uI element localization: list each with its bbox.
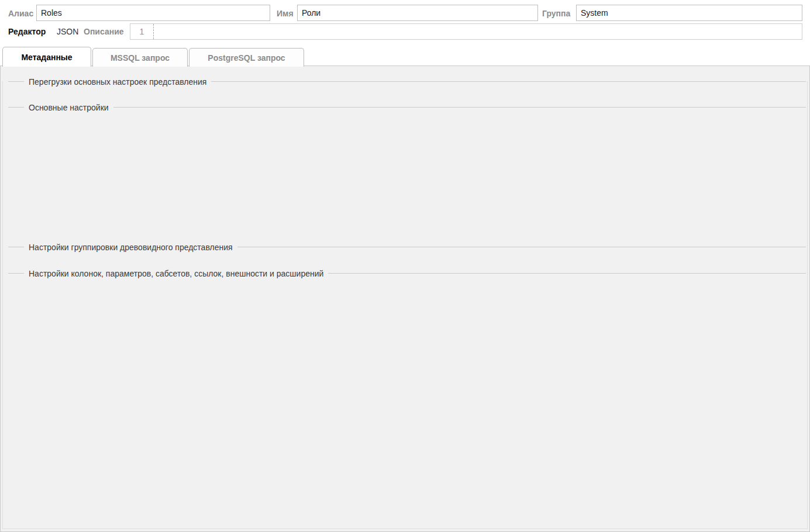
groupbox-tree-grouping-title: Настройки группировки древовидного предс… bbox=[24, 243, 237, 252]
alias-label: Алиас bbox=[8, 9, 33, 18]
name-input[interactable] bbox=[297, 5, 538, 21]
editor-label: Редактор bbox=[8, 27, 46, 36]
description-box: 1 bbox=[130, 23, 802, 40]
overrides-groupbox-border bbox=[2, 81, 808, 529]
tab-mssql-query[interactable]: MSSQL запрос bbox=[92, 48, 188, 67]
groupbox-main-settings-header: Основные настройки bbox=[8, 102, 806, 112]
group-label: Группа bbox=[542, 9, 570, 18]
groupbox-columns-params-title: Настройки колонок, параметров, сабсетов,… bbox=[24, 269, 328, 278]
description-label: Описание bbox=[84, 27, 124, 36]
description-number[interactable]: 1 bbox=[130, 24, 154, 39]
tab-metadata[interactable]: Метаданные bbox=[2, 47, 91, 67]
metadata-editor-window: Алиас Имя Группа Редактор JSON Описание … bbox=[0, 0, 810, 532]
groupbox-overrides-header: Перегрузки основных настроек представлен… bbox=[8, 77, 806, 87]
tab-postgresql-query[interactable]: PostgreSQL запрос bbox=[189, 48, 304, 67]
description-input[interactable] bbox=[154, 24, 802, 39]
name-label: Имя bbox=[277, 9, 294, 18]
groupbox-overrides-title: Перегрузки основных настроек представлен… bbox=[24, 77, 211, 87]
groupbox-tree-grouping-header: Настройки группировки древовидного предс… bbox=[8, 242, 806, 252]
tab-mssql-label: MSSQL запрос bbox=[111, 53, 170, 63]
editor-mode-button[interactable]: JSON bbox=[57, 27, 78, 36]
groupbox-main-settings-title: Основные настройки bbox=[24, 103, 113, 112]
tab-postgresql-label: PostgreSQL запрос bbox=[208, 53, 285, 63]
tab-metadata-label: Метаданные bbox=[21, 53, 72, 62]
alias-input[interactable] bbox=[36, 5, 270, 21]
groupbox-columns-params-header: Настройки колонок, параметров, сабсетов,… bbox=[8, 268, 806, 278]
group-input[interactable] bbox=[576, 5, 802, 21]
